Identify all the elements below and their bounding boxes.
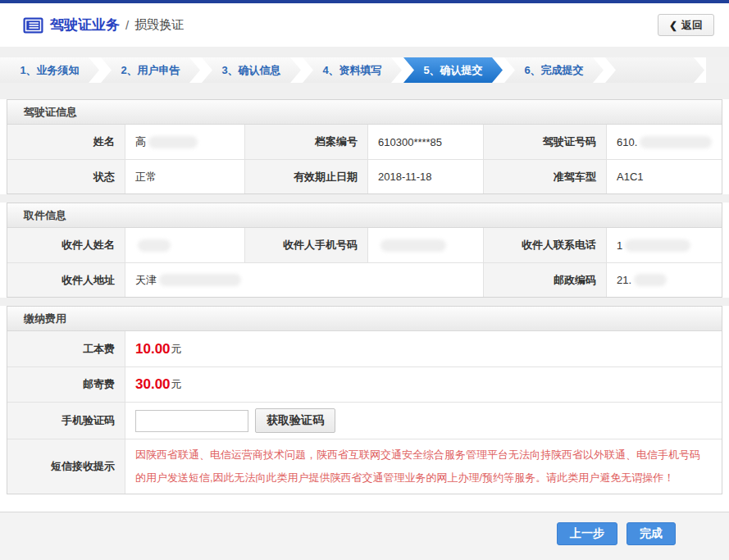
recipient-name-label: 收件人姓名 (7, 228, 125, 262)
step-empty-segment (605, 57, 704, 83)
redaction-blur (380, 239, 446, 252)
redaction-blur (138, 239, 171, 252)
sms-code-label: 手机验证码 (7, 402, 125, 439)
redaction-blur (159, 274, 241, 286)
content-bottom-padding (0, 494, 729, 512)
step-progress-bar: 1、业务须知 2、用户申告 3、确认信息 4、资料填写 5、确认提交 6、完成提… (0, 57, 729, 83)
recipient-address-value: 天津 (125, 262, 484, 297)
license-card-icon (23, 17, 43, 34)
license-info-section: 驾驶证信息 姓名 高 档案编号 610300****85 驾驶证号码 610. … (7, 99, 722, 194)
recipient-address-label: 收件人地址 (7, 262, 125, 297)
step-3-confirm-info: 3、确认信息 (202, 57, 301, 83)
fees-section-title: 缴纳费用 (7, 307, 722, 331)
license-no-value: 610. (607, 125, 722, 159)
footer-action-bar: 上一步 完成 (0, 512, 729, 560)
status-label: 状态 (7, 159, 125, 193)
recipient-phone-label: 收件人联系电话 (484, 228, 607, 262)
zip-code-label: 邮政编码 (484, 262, 607, 297)
divider-band (0, 194, 729, 203)
back-chevron-icon: ❮ (669, 20, 677, 31)
fees-section: 缴纳费用 工本费 10.00元 邮寄费 30.00元 手机验证码 获取验证码 短… (7, 306, 722, 494)
sms-notice-text: 因陕西省联通、电信运营商技术问题，陕西省互联网交通安全综合服务管理平台无法向持陕… (135, 439, 712, 494)
expiry-label: 有效期止日期 (245, 159, 368, 193)
redaction-blur (634, 274, 667, 286)
sms-notice-cell: 因陕西省联通、电信运营商技术问题，陕西省互联网交通安全综合服务管理平台无法向持陕… (125, 439, 722, 494)
card-fee-value: 10.00元 (125, 331, 722, 367)
redaction-blur (148, 136, 198, 148)
expiry-value: 2018-11-18 (368, 159, 484, 193)
sms-code-row: 获取验证码 (125, 402, 722, 439)
file-no-value: 610300****85 (368, 125, 484, 159)
redaction-blur (625, 239, 690, 252)
sms-notice-label: 短信接收提示 (7, 439, 125, 494)
mail-fee-label: 邮寄费 (7, 367, 125, 402)
zip-code-value: 21. (607, 262, 722, 297)
divider-band (0, 47, 729, 57)
divider-band (0, 83, 729, 99)
mail-fee-value: 30.00元 (125, 367, 722, 402)
finish-button[interactable]: 完成 (626, 522, 676, 545)
redaction-blur (640, 136, 712, 148)
recipient-mobile-value (368, 228, 484, 262)
step-5-confirm-submit: 5、确认提交 (403, 57, 503, 83)
vehicle-class-label: 准驾车型 (484, 159, 607, 193)
pickup-section-title: 取件信息 (7, 203, 722, 228)
step-6-complete: 6、完成提交 (504, 57, 604, 83)
back-button[interactable]: ❮ 返回 (658, 14, 714, 36)
step-4-fill-data: 4、资料填写 (303, 57, 402, 83)
pickup-info-section: 取件信息 收件人姓名 收件人手机号码 收件人联系电话 1 收件人地址 天津 邮政… (7, 203, 722, 298)
license-no-label: 驾驶证号码 (484, 125, 607, 159)
step-bar-filler (706, 57, 729, 83)
recipient-phone-value: 1 (607, 228, 722, 262)
name-value: 高 (125, 125, 245, 159)
card-fee-label: 工本费 (7, 331, 125, 367)
name-label: 姓名 (7, 125, 125, 159)
page-title: 驾驶证业务 (50, 16, 120, 34)
license-section-title: 驾驶证信息 (7, 100, 722, 125)
status-value: 正常 (125, 159, 245, 193)
breadcrumb-separator: / (125, 18, 129, 32)
step-1-notice: 1、业务须知 (0, 57, 99, 83)
recipient-mobile-label: 收件人手机号码 (245, 228, 368, 262)
recipient-name-value (125, 228, 245, 262)
previous-step-button[interactable]: 上一步 (557, 522, 617, 545)
back-button-label: 返回 (681, 18, 703, 33)
breadcrumb-current: 损毁换证 (134, 17, 184, 33)
step-2-declaration: 2、用户申告 (101, 57, 200, 83)
divider-band (0, 298, 729, 306)
sms-code-input[interactable] (135, 410, 248, 432)
file-no-label: 档案编号 (245, 125, 368, 159)
page-header: 驾驶证业务 / 损毁换证 ❮ 返回 (0, 3, 729, 47)
get-code-button[interactable]: 获取验证码 (255, 408, 335, 433)
vehicle-class-value: A1C1 (607, 159, 722, 193)
